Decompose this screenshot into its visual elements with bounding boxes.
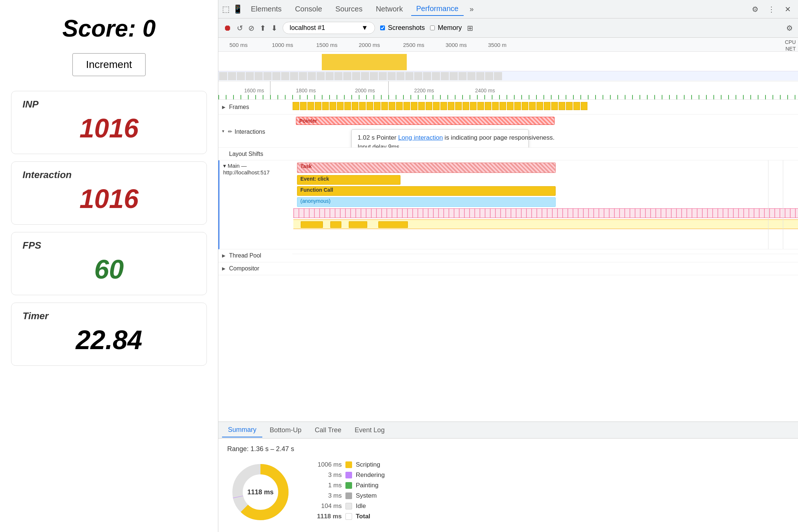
close-devtools-icon[interactable]: ✕	[781, 3, 794, 16]
frame-cell	[403, 102, 410, 110]
tracks-container[interactable]: ▶ Frames	[218, 100, 798, 422]
tab-elements[interactable]: Elements	[246, 3, 287, 16]
upload-button[interactable]: ⬆	[260, 24, 266, 33]
inp-label: INP	[23, 99, 195, 110]
tooltip-input-delay-label: Input delay	[358, 144, 386, 147]
compositor-track-row: ▶ Compositor	[218, 262, 798, 275]
customize-icon[interactable]: ⋮	[765, 3, 778, 16]
system-label: System	[356, 492, 377, 499]
frames-expand-icon[interactable]: ▶	[222, 105, 225, 110]
detail-ruler: 1600 ms 1800 ms 2000 ms 2200 ms 2400 ms	[218, 81, 798, 100]
task-bar: Task	[297, 163, 556, 173]
record-button[interactable]: ⏺	[224, 23, 232, 33]
tab-sources[interactable]: Sources	[330, 3, 368, 16]
frame-cell	[573, 102, 580, 110]
settings-cog-icon[interactable]: ⚙	[748, 3, 762, 16]
tab-bottom-up[interactable]: Bottom-Up	[264, 423, 307, 437]
frames-content	[292, 100, 798, 114]
detail-tick-2400: 2400 ms	[475, 88, 495, 93]
reload-record-button[interactable]: ↺	[237, 24, 243, 33]
function-call-bar: Function Call	[297, 186, 556, 196]
flamechart-row-2	[293, 219, 798, 229]
frame-cell	[307, 102, 314, 110]
main-thread-label: ▾ Main — http://localhost:517	[219, 160, 293, 249]
clear-button[interactable]: ⊘	[248, 24, 255, 33]
tab-call-tree[interactable]: Call Tree	[309, 423, 347, 437]
net-label: NET	[785, 46, 796, 52]
event-click-label: Event: click	[297, 176, 329, 182]
frame-cell	[581, 102, 587, 110]
more-tabs-btn[interactable]: »	[467, 3, 477, 15]
tab-summary[interactable]: Summary	[222, 423, 262, 437]
memory-checkbox[interactable]	[430, 25, 435, 30]
thread-pool-label-text: Thread Pool	[229, 252, 261, 259]
tick-3000: 3000 ms	[446, 41, 467, 48]
timer-value: 22.84	[23, 325, 195, 355]
flamechart-row-1	[293, 208, 798, 218]
frame-cell	[418, 102, 425, 110]
frame-cell	[566, 102, 573, 110]
frame-cell	[359, 102, 366, 110]
tab-network[interactable]: Network	[371, 3, 408, 16]
thread-pool-expand-icon[interactable]: ▶	[222, 253, 225, 258]
frame-cell	[337, 102, 344, 110]
frame-cell	[366, 102, 373, 110]
anonymous-bar: (anonymous)	[297, 197, 556, 207]
frame-cell	[477, 102, 484, 110]
screenshots-toggle[interactable]: Screenshots	[380, 24, 425, 32]
frame-cell	[396, 102, 403, 110]
idle-label: Idle	[356, 502, 366, 510]
fps-value: 60	[23, 254, 195, 284]
frame-cell	[463, 102, 469, 110]
scripting-color	[345, 461, 352, 468]
url-dropdown-icon[interactable]: ▼	[361, 24, 368, 32]
pointer-bar[interactable]: Pointer	[296, 117, 555, 125]
layout-shifts-content	[292, 148, 798, 160]
total-label: Total	[356, 513, 370, 520]
compositor-label: ▶ Compositor	[218, 264, 292, 273]
task-label: Task	[297, 163, 312, 169]
tick-1000: 1000 ms	[272, 41, 293, 48]
frame-cell	[315, 102, 321, 110]
frame-cell	[322, 102, 329, 110]
idle-ms: 104 ms	[308, 502, 342, 510]
left-panel: Score: 0 Increment INP 1016 Interaction …	[0, 0, 218, 532]
url-selector[interactable]: localhost #1 ▼	[283, 22, 375, 34]
perf-settings-icon[interactable]: ⚙	[786, 24, 793, 33]
compositor-label-text: Compositor	[229, 265, 259, 272]
memory-toggle[interactable]: Memory	[430, 24, 462, 32]
compositor-expand-icon[interactable]: ▶	[222, 266, 225, 271]
main-expand-icon[interactable]: ▾	[223, 163, 226, 169]
memory-icon[interactable]: ⊞	[467, 24, 473, 33]
screenshots-strip	[218, 71, 798, 81]
frame-cell	[485, 102, 491, 110]
range-text: Range: 1.36 s – 2.47 s	[227, 445, 789, 453]
download-button[interactable]: ⬇	[271, 24, 277, 33]
inspect-icon[interactable]: ⬚	[222, 4, 230, 14]
frame-cell	[300, 102, 307, 110]
timer-label: Timer	[23, 310, 195, 322]
tooltip-suffix: is indicating poor page responsiveness.	[444, 134, 555, 141]
tab-event-log[interactable]: Event Log	[349, 423, 391, 437]
frame-cell	[492, 102, 499, 110]
pointer-label: Pointer	[299, 118, 317, 124]
increment-button[interactable]: Increment	[72, 53, 146, 76]
main-thread-section: ▾ Main — http://localhost:517 Task Event…	[218, 160, 798, 249]
tab-performance[interactable]: Performance	[411, 2, 464, 16]
event-click-bar: Event: click	[297, 175, 400, 185]
legend-row-painting: 1 ms Painting	[308, 482, 385, 489]
compositor-content	[292, 262, 798, 275]
interactions-expand-icon[interactable]: ▾	[222, 129, 224, 134]
interactions-label-text: Interactions	[235, 129, 265, 135]
device-icon[interactable]: 📱	[233, 4, 243, 14]
system-color	[345, 492, 352, 499]
interactions-track-row: ▾ ✏ Interactions Pointer 1.02 s Pointer …	[218, 115, 798, 148]
screenshots-checkbox[interactable]	[380, 25, 385, 30]
tooltip-link[interactable]: Long interaction	[398, 134, 443, 141]
rendering-color	[345, 472, 352, 478]
frame-cell	[529, 102, 536, 110]
legend-row-scripting: 1006 ms Scripting	[308, 461, 385, 468]
function-call-label: Function Call	[297, 187, 333, 193]
tick-500: 500 ms	[229, 41, 248, 48]
tab-console[interactable]: Console	[290, 3, 327, 16]
